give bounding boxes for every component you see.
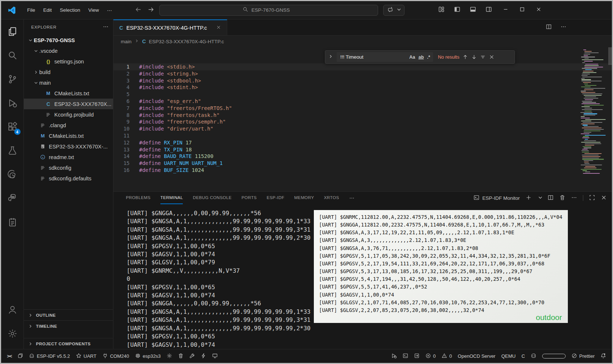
status-item-prettier[interactable]: Prettier [569, 349, 598, 363]
source-control-activity-icon[interactable] [4, 71, 21, 88]
status-item-openocd-server[interactable]: OpenOCD Server [455, 349, 498, 363]
close-icon[interactable] [536, 7, 541, 14]
terminal-output[interactable]: [UART] $GNGGA,,,,,,0,00,99.99,,,,,,*56[U… [113, 204, 612, 349]
tree-item[interactable]: ESP32-S3-XXX7670X-... [24, 141, 113, 152]
menu-item-[interactable]: ⋯ [103, 5, 116, 15]
status-item-bolt[interactable] [198, 349, 209, 363]
tree-item[interactable]: sdkconfig.defaults [24, 173, 113, 184]
breadcrumb-file[interactable]: ESP32-S3-XXX7670X-4G-HTTP.c [149, 39, 224, 44]
code-line[interactable]: 2#include <string.h> [113, 70, 612, 77]
status-item-monitor[interactable] [209, 349, 221, 363]
esp-idf-activity-icon[interactable] [4, 166, 21, 183]
tree-item[interactable]: MCMakeLists.txt [24, 130, 113, 141]
code-line[interactable]: 1#include <stdio.h> [113, 63, 612, 70]
breadcrumb-folder[interactable]: main [121, 39, 131, 44]
command-center-search[interactable] [159, 5, 378, 16]
tree-item[interactable]: main [24, 77, 113, 88]
maximize-icon[interactable] [519, 7, 525, 14]
code-line[interactable]: 16#define BUF_SIZE 1024 [113, 167, 612, 174]
code-line[interactable]: 11 [113, 132, 612, 139]
panel-more-icon[interactable] [349, 195, 355, 201]
panel-tab-memory[interactable]: MEMORY [294, 192, 314, 204]
account-activity-icon[interactable] [4, 301, 21, 318]
status-item-0[interactable]: 0 [422, 349, 439, 363]
split-terminal-icon[interactable] [548, 195, 554, 202]
status-item-copilot-face[interactable] [528, 349, 539, 363]
status-item-0[interactable]: 0 [439, 349, 455, 363]
status-item-gear[interactable] [164, 349, 175, 363]
code-line[interactable]: 5 [113, 91, 612, 98]
panel-tab-terminal[interactable]: TERMINAL [160, 192, 183, 204]
settings-activity-icon[interactable] [4, 325, 21, 342]
forward-arrow-icon[interactable] [148, 6, 154, 14]
toggle-sidebar-icon[interactable] [454, 6, 460, 14]
menu-item-edit[interactable]: Edit [39, 5, 56, 15]
match-case-button[interactable]: Aa [409, 55, 415, 60]
status-item-qemu[interactable]: QEMU [498, 349, 519, 363]
customize-layout-icon[interactable] [438, 6, 445, 14]
status-item-wrench[interactable] [186, 349, 198, 363]
new-terminal-icon[interactable] [526, 195, 532, 202]
previous-match-icon[interactable] [463, 54, 468, 60]
status-item-terminal-box[interactable] [400, 349, 411, 363]
status-item-uart[interactable]: UART [73, 349, 99, 363]
close-find-icon[interactable] [489, 54, 494, 60]
code-editor[interactable]: 1#include <stdio.h>2#include <string.h>3… [113, 47, 612, 191]
breadcrumb[interactable]: main C ESP32-S3-XXX7670X-4G-HTTP.c [113, 36, 612, 47]
search-input[interactable] [251, 7, 295, 13]
panel-actions-more-icon[interactable] [571, 195, 577, 202]
tree-item[interactable]: ESP-7670-GNSS [24, 35, 113, 45]
tree-item[interactable]: Kconfig.projbuild [24, 109, 113, 120]
status-item-esp32s3[interactable]: esp32s3 [132, 349, 164, 363]
find-input-box[interactable]: Aa ab .* [337, 52, 433, 62]
code-line[interactable]: 13#define TX_PIN 18 [113, 146, 612, 153]
explorer-activity-icon[interactable] [4, 23, 21, 40]
tree-item[interactable]: readme.txt [24, 152, 113, 162]
copilot-button[interactable] [383, 5, 405, 16]
editor-more-icon[interactable] [561, 24, 566, 31]
status-item-trash[interactable] [175, 349, 186, 363]
code-line[interactable]: 14#define BAUD_RATE 115200 [113, 153, 612, 160]
tree-item[interactable]: .vscode [24, 45, 113, 56]
code-line[interactable]: 4#include <stdint.h> [113, 84, 612, 91]
code-line[interactable]: 10#include "driver/uart.h" [113, 125, 612, 132]
close-panel-icon[interactable] [601, 195, 607, 202]
terminal-instance[interactable]: ESP-IDF Monitor [474, 195, 520, 202]
status-item-com240[interactable]: COM240 [99, 349, 132, 363]
sidebar-section-project-components[interactable]: PROJECT COMPONENTS [24, 338, 113, 349]
kill-terminal-icon[interactable] [559, 195, 565, 202]
run-debug-activity-icon[interactable] [4, 95, 21, 111]
find-input[interactable] [340, 54, 406, 60]
testing-activity-icon[interactable] [4, 142, 21, 159]
python-activity-icon[interactable] [4, 190, 21, 207]
code-line[interactable]: 8#include "freertos/task.h" [113, 112, 612, 119]
extensions-activity-icon[interactable]: 4 [4, 118, 21, 135]
status-item-remote[interactable]: >< [4, 349, 15, 363]
code-line[interactable]: 15#define UART_NUM UART_NUM_1 [113, 160, 612, 167]
menu-item-view[interactable]: View [84, 5, 103, 15]
find-in-selection-icon[interactable] [480, 54, 486, 60]
tree-item[interactable]: {}settings.json [24, 56, 113, 67]
maximize-panel-icon[interactable] [589, 195, 595, 202]
toggle-replace-icon[interactable] [328, 54, 333, 60]
tree-item[interactable]: sdkconfig [24, 162, 113, 173]
whole-word-button[interactable]: ab [418, 55, 424, 60]
code-line[interactable]: 9#include "freertos/semphr.h" [113, 118, 612, 125]
explorer-more-icon[interactable] [103, 24, 109, 30]
code-line[interactable]: 12#define RX_PIN 17 [113, 139, 612, 146]
next-match-icon[interactable] [471, 54, 477, 60]
status-item-pill[interactable] [539, 349, 569, 363]
panel-tab-xrtos[interactable]: XRTOS [324, 192, 339, 204]
panel-tab-ports[interactable]: PORTS [242, 192, 257, 204]
status-item-copy[interactable] [15, 349, 26, 363]
tree-item[interactable]: build [24, 67, 113, 77]
terminal-dropdown-icon[interactable] [537, 195, 542, 202]
panel-tab-debug-console[interactable]: DEBUG CONSOLE [193, 192, 232, 204]
tab-active-file[interactable]: C ESP32-S3-XXX7670X-4G-HTTP.c [113, 19, 227, 35]
status-item-bell[interactable] [598, 349, 609, 363]
editor-scrollbar[interactable] [608, 47, 612, 65]
minimize-icon[interactable] [503, 7, 508, 14]
tree-item[interactable]: CESP32-S3-XXX7670X... [24, 99, 113, 109]
split-editor-icon[interactable] [546, 24, 552, 31]
minimap[interactable] [580, 49, 607, 174]
